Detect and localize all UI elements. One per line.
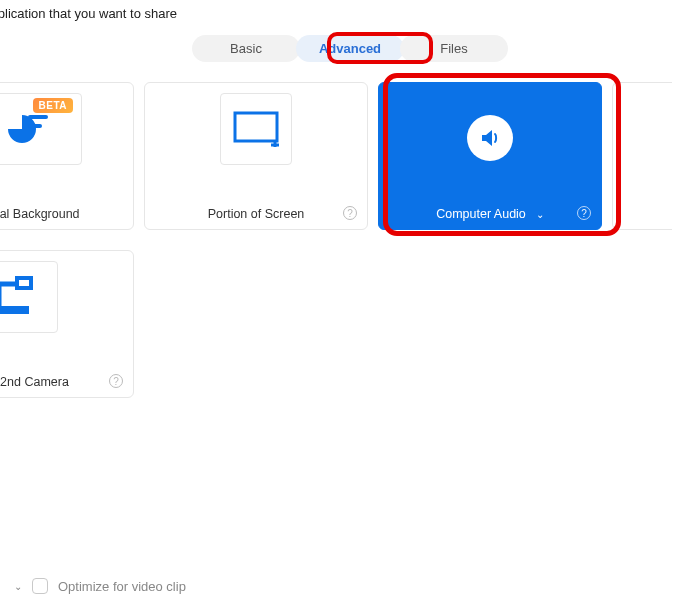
card-label: Computer Audio ⌄ [379,207,601,221]
card-computer-audio[interactable]: Computer Audio ⌄ ? [378,82,602,230]
second-camera-icon [0,274,47,320]
svg-rect-3 [0,306,29,314]
screen-portion-icon [233,111,279,147]
optimize-checkbox[interactable] [32,578,48,594]
tab-files[interactable]: Files [400,35,508,62]
speaker-icon [478,126,502,150]
help-icon[interactable]: ? [577,206,591,220]
card-label: s Virtual Background [0,207,133,221]
svg-rect-0 [235,113,277,141]
card-portion-of-screen[interactable]: Portion of Screen ? [144,82,368,230]
svg-rect-4 [17,278,31,288]
card-second-camera[interactable]: rom 2nd Camera ? [0,250,134,398]
help-icon[interactable]: ? [109,374,123,388]
virtual-background-preview: BETA [0,93,82,165]
card-label: Portion of Screen [145,207,367,221]
tab-basic[interactable]: Basic [192,35,300,62]
tab-advanced[interactable]: Advanced [296,35,404,62]
share-options-grid: BETA s Virtual Background [0,82,700,398]
share-tabs: Basic Advanced Files [0,35,700,62]
card-partial-next[interactable] [612,82,672,230]
card-virtual-background[interactable]: BETA s Virtual Background [0,82,134,230]
optimize-label: Optimize for video clip [58,579,186,594]
portion-preview [220,93,292,165]
help-icon[interactable]: ? [343,206,357,220]
audio-icon-circle [467,115,513,161]
footer-options: ⌄ Optimize for video clip [0,578,700,594]
audio-label-text: Computer Audio [436,207,526,221]
second-camera-preview [0,261,58,333]
chevron-down-icon[interactable]: ⌄ [536,209,544,220]
chevron-down-icon[interactable]: ⌄ [14,581,22,592]
dialog-subtitle: v or an application that you want to sha… [0,0,700,27]
